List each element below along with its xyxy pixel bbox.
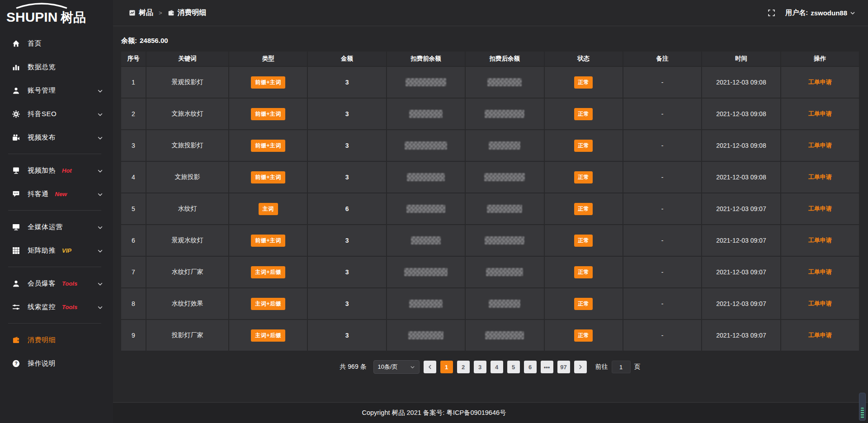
sidebar-item-抖客通[interactable]: 抖客通New: [0, 182, 113, 206]
chevron-left-icon: [427, 364, 433, 370]
sidebar-item-操作说明[interactable]: ?操作说明: [0, 352, 113, 375]
home-icon: [12, 40, 20, 47]
user-icon: [12, 87, 20, 94]
cell-balance-after: [465, 256, 544, 288]
page-button-3[interactable]: 3: [474, 361, 486, 373]
work-order-link[interactable]: 工单申请: [808, 110, 832, 117]
sidebar-item-首页[interactable]: 首页: [0, 32, 113, 55]
sidebar-item-label: 抖客通: [28, 190, 49, 198]
prev-page-button[interactable]: [424, 361, 436, 373]
work-order-link[interactable]: 工单申请: [808, 237, 832, 244]
footer: Copyright 树品 2021 备案号: 粤ICP备09019646号: [0, 402, 868, 423]
page-button-1[interactable]: 1: [440, 361, 453, 373]
chevron-down-icon: [97, 168, 103, 174]
work-order-link[interactable]: 工单申请: [808, 79, 832, 85]
cell-time: 2021-12-03 09:07: [702, 225, 780, 256]
page-button-97[interactable]: 97: [557, 361, 570, 373]
fullscreen-icon[interactable]: [768, 9, 775, 17]
sidebar-divider: [8, 210, 101, 211]
redacted-value: [406, 78, 446, 86]
sidebar-item-抖音SEO[interactable]: 抖音SEO: [0, 102, 113, 126]
cell-remark: -: [623, 130, 702, 161]
app-logo[interactable]: SHUPIN树品: [0, 0, 113, 28]
cell-index: 1: [121, 66, 146, 98]
cell-index: 5: [121, 193, 146, 225]
logo-text: SHUPIN树品: [6, 9, 86, 26]
cell-keyword: 文旅投影灯: [146, 130, 229, 161]
sidebar-item-label: 数据总览: [28, 63, 56, 71]
sidebar-item-线索监控[interactable]: 线索监控Tools: [0, 295, 113, 319]
work-order-link[interactable]: 工单申请: [808, 332, 832, 338]
type-badge: 前缀+主词: [251, 171, 285, 183]
cell-type: 主词: [229, 193, 307, 225]
redacted-value: [485, 110, 524, 118]
redacted-value: [484, 173, 525, 181]
page-button-2[interactable]: 2: [457, 361, 470, 373]
chevron-down-icon: [97, 248, 103, 254]
bar-chart-icon: [12, 63, 20, 71]
sidebar-item-账号管理[interactable]: 账号管理: [0, 79, 113, 102]
cell-action: 工单申请: [781, 193, 859, 225]
work-order-link[interactable]: 工单申请: [808, 300, 832, 307]
cell-balance-before: [387, 161, 465, 193]
monitor-icon: [12, 223, 20, 231]
sidebar-item-会员爆客[interactable]: 会员爆客Tools: [0, 272, 113, 295]
redacted-value: [411, 236, 441, 244]
cell-index: 4: [121, 161, 146, 193]
breadcrumb-item-树品[interactable]: 树品: [129, 8, 153, 18]
cell-time: 2021-12-03 09:08: [702, 66, 780, 98]
balance-value: 24856.00: [140, 37, 168, 44]
user-menu[interactable]: 用户名: zswodun88: [785, 9, 855, 17]
cell-remark: -: [623, 161, 702, 193]
chevron-down-icon: [97, 111, 103, 117]
sidebar-item-数据总览[interactable]: 数据总览: [0, 55, 113, 79]
work-order-link[interactable]: 工单申请: [808, 268, 832, 275]
page-button-5[interactable]: 5: [507, 361, 520, 373]
cell-index: 3: [121, 130, 146, 161]
balance-label: 余额:: [121, 37, 137, 44]
sidebar-item-消费明细[interactable]: 消费明细: [0, 328, 113, 352]
gear-icon: [12, 110, 20, 118]
page-button-6[interactable]: 6: [524, 361, 537, 373]
sidebar-item-视频加热[interactable]: 视频加热Hot: [0, 159, 113, 182]
cell-amount: 3: [307, 130, 386, 161]
video-camera-icon: [12, 134, 20, 141]
cell-status: 正常: [544, 288, 623, 320]
sidebar-item-label: 线索监控: [28, 303, 56, 311]
page-size-select[interactable]: 10条/页: [373, 360, 420, 374]
next-page-button[interactable]: [574, 361, 587, 373]
cell-status: 正常: [544, 161, 623, 193]
cell-keyword: 景观水纹灯: [146, 225, 229, 256]
cell-time: 2021-12-03 09:07: [702, 288, 780, 320]
status-badge: 正常: [574, 298, 593, 310]
cell-amount: 3: [307, 66, 386, 98]
scrollbar[interactable]: [859, 393, 866, 421]
cell-amount: 3: [307, 225, 386, 256]
sidebar-item-视频发布[interactable]: 视频发布: [0, 126, 113, 149]
work-order-link[interactable]: 工单申请: [808, 205, 832, 212]
sidebar-item-badge: Tools: [62, 280, 77, 287]
breadcrumb-item-消费明细[interactable]: 消费明细: [168, 8, 207, 18]
cell-keyword: 水纹灯: [146, 193, 229, 225]
cell-amount: 3: [307, 161, 386, 193]
user-icon: [12, 280, 20, 287]
wallet-icon: [12, 336, 20, 344]
sidebar-item-全媒体运营[interactable]: 全媒体运营: [0, 215, 113, 239]
sidebar-item-矩阵助推[interactable]: 矩阵助推VIP: [0, 239, 113, 262]
table-row: 2文旅水纹灯前缀+主词3正常-2021-12-03 09:08工单申请: [121, 98, 859, 130]
cell-balance-before: [387, 66, 465, 98]
goto-page-input[interactable]: 1: [612, 361, 631, 373]
cell-keyword: 投影灯厂家: [146, 320, 229, 351]
cell-balance-before: [387, 320, 465, 351]
cell-balance-after: [465, 98, 544, 130]
cell-remark: -: [623, 66, 702, 98]
goto-page: 前往 1 页: [595, 361, 641, 373]
work-order-link[interactable]: 工单申请: [808, 142, 832, 149]
sidebar-divider: [8, 267, 101, 267]
balance: 余额:24856.00: [121, 37, 860, 45]
type-badge: 前缀+主词: [251, 140, 285, 152]
more-pages-button[interactable]: •••: [541, 361, 553, 373]
page-button-4[interactable]: 4: [491, 361, 503, 373]
work-order-link[interactable]: 工单申请: [808, 174, 832, 180]
scrollbar-thumb: [861, 408, 864, 418]
